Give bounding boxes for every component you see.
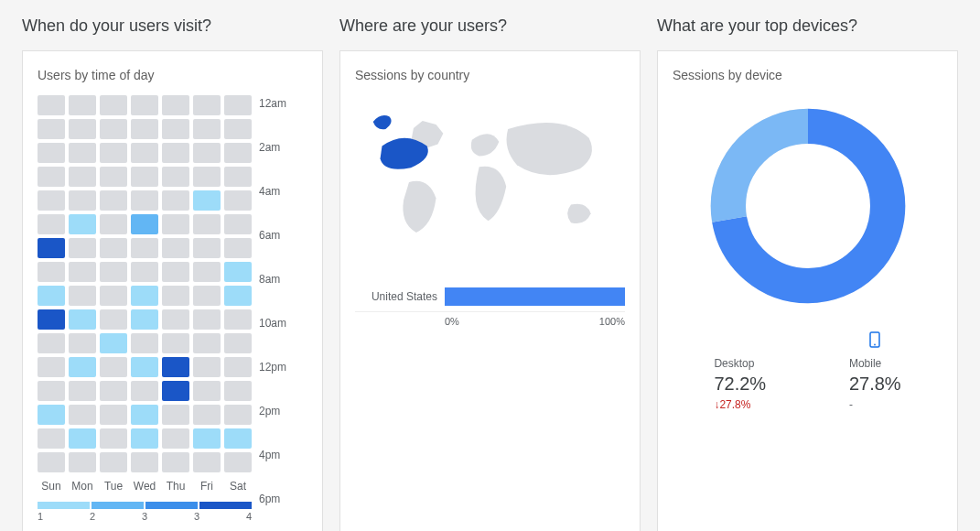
heatmap-cell — [193, 238, 221, 258]
heatmap-cell — [162, 333, 189, 353]
heatmap-cell — [69, 357, 96, 377]
heatmap-day-label: Sat — [224, 480, 252, 493]
heatmap-cell — [131, 333, 158, 353]
heatmap-cell — [100, 167, 127, 187]
heatmap-cell — [100, 452, 127, 472]
heatmap-day-label: Wed — [131, 480, 158, 493]
heatmap-cell — [38, 405, 65, 425]
device-mobile-pct: 27.8% — [849, 374, 901, 395]
heatmap-cell — [224, 262, 252, 282]
heatmap-time-label: 4am — [259, 185, 286, 229]
heatmap-cell — [38, 95, 65, 115]
heatmap-day-label: Fri — [193, 480, 221, 493]
heatmap-cell — [224, 143, 252, 163]
legend-swatch — [92, 502, 144, 509]
visit-section-title: When do your users visit? — [22, 16, 323, 36]
legend-tick: 3 — [142, 511, 147, 522]
heatmap-cell — [131, 95, 158, 115]
heatmap-cell — [224, 381, 252, 401]
heatmap-cell — [38, 190, 65, 211]
heatmap-cell — [38, 428, 65, 449]
heatmap-time-label: 12pm — [259, 361, 286, 405]
heatmap-cell — [224, 357, 252, 377]
heatmap-cell — [69, 428, 96, 449]
heatmap-cell — [224, 238, 252, 258]
device-desktop-delta: ↓27.8% — [714, 398, 766, 411]
heatmap-cell — [100, 357, 127, 377]
heatmap-cell — [131, 119, 158, 139]
heatmap-cell — [69, 333, 96, 353]
heatmap-cell — [69, 119, 96, 139]
heatmap-cell — [162, 357, 189, 377]
heatmap-cell — [131, 238, 158, 258]
world-map — [355, 95, 625, 260]
heatmap-cell — [100, 143, 127, 163]
country-bar-fill — [445, 287, 625, 306]
device-stat-desktop: Desktop 72.2% ↓27.8% — [714, 331, 766, 411]
heatmap-cell — [193, 452, 221, 472]
legend-swatch — [38, 502, 90, 509]
legend-swatch — [199, 502, 252, 509]
heatmap-cell — [224, 309, 252, 330]
heatmap-cell — [193, 405, 221, 425]
heatmap-cell — [193, 428, 221, 449]
heatmap-cell — [224, 333, 252, 353]
axis-tick-max: 100% — [599, 316, 625, 327]
heatmap-cell — [193, 262, 221, 282]
heatmap-time-labels: 12am2am4am6am8am10am12pm2pm4pm6pm8pm10pm — [259, 95, 286, 531]
heatmap-cell — [131, 309, 158, 330]
heatmap-cell — [131, 381, 158, 401]
heatmap-cell — [131, 357, 158, 377]
heatmap-cell — [100, 333, 127, 353]
heatmap-cell — [69, 381, 96, 401]
heatmap-cell — [131, 190, 158, 211]
svg-point-6 — [874, 344, 876, 346]
heatmap-day-labels: SunMonTueWedThuFriSat — [38, 480, 252, 493]
heatmap-time-label: 12am — [259, 97, 286, 141]
axis-tick-min: 0% — [445, 316, 459, 327]
heatmap-time-label: 10am — [259, 317, 286, 361]
where-card-subtitle: Sessions by country — [355, 68, 625, 82]
heatmap-cell — [131, 214, 158, 234]
heatmap-cell — [193, 214, 221, 234]
heatmap-cell — [69, 262, 96, 282]
heatmap-cell — [193, 357, 221, 377]
heatmap-cell — [224, 190, 252, 211]
legend-swatch — [145, 502, 198, 509]
heatmap-cell — [224, 95, 252, 115]
heatmap-time-label: 8am — [259, 273, 286, 317]
desktop-icon — [714, 331, 766, 352]
heatmap-cell — [38, 238, 65, 258]
heatmap-cell — [69, 95, 96, 115]
devices-card: Sessions by device Desktop 72 — [657, 50, 958, 531]
heatmap-cell — [193, 286, 221, 306]
heatmap-cell — [193, 167, 221, 187]
heatmap-cell — [100, 286, 127, 306]
legend-tick: 3 — [194, 511, 199, 522]
heatmap-legend-ticks: 12334 — [38, 511, 252, 522]
time-of-day-heatmap — [38, 95, 252, 472]
device-donut-chart — [703, 101, 913, 311]
heatmap-cell — [131, 452, 158, 472]
heatmap-cell — [69, 214, 96, 234]
heatmap-cell — [69, 167, 96, 187]
heatmap-cell — [131, 262, 158, 282]
heatmap-cell — [100, 381, 127, 401]
heatmap-cell — [100, 405, 127, 425]
heatmap-cell — [193, 381, 221, 401]
heatmap-cell — [193, 309, 221, 330]
heatmap-cell — [162, 262, 189, 282]
heatmap-cell — [38, 357, 65, 377]
heatmap-cell — [69, 405, 96, 425]
heatmap-cell — [193, 333, 221, 353]
heatmap-cell — [38, 167, 65, 187]
heatmap-cell — [162, 309, 189, 330]
heatmap-cell — [162, 119, 189, 139]
heatmap-cell — [131, 405, 158, 425]
heatmap-cell — [38, 262, 65, 282]
heatmap-day-label: Sun — [38, 480, 65, 493]
heatmap-cell — [100, 238, 127, 258]
heatmap-cell — [131, 143, 158, 163]
heatmap-cell — [131, 167, 158, 187]
heatmap-cell — [224, 405, 252, 425]
